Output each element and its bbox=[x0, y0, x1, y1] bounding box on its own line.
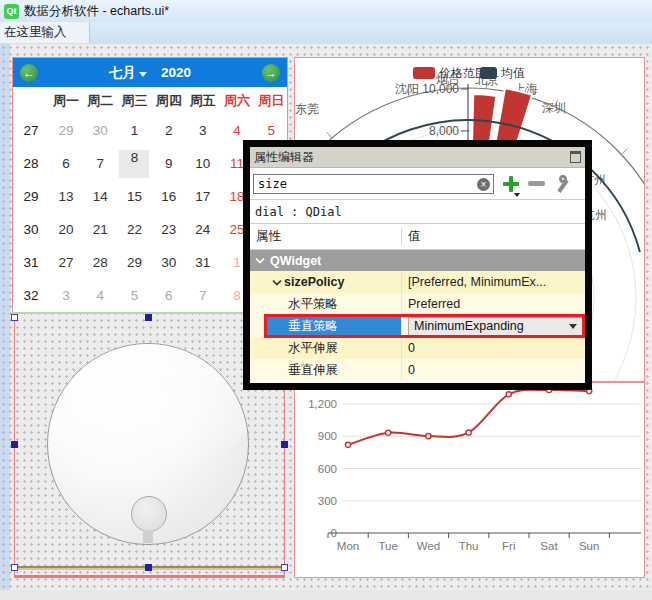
day-label: 3 bbox=[199, 123, 207, 138]
calendar-day-cell[interactable]: 2 bbox=[152, 114, 186, 147]
selection-handle[interactable] bbox=[281, 564, 288, 571]
property-value-cell[interactable]: Preferred bbox=[402, 293, 585, 315]
x-axis-label: Fri bbox=[502, 540, 515, 552]
selection-handle[interactable] bbox=[11, 441, 18, 448]
float-window-icon[interactable] bbox=[570, 151, 581, 163]
property-row[interactable]: 水平策略Preferred bbox=[250, 293, 585, 315]
clear-search-icon[interactable]: × bbox=[477, 178, 490, 191]
calendar-day-cell[interactable]: 3 bbox=[186, 114, 220, 147]
calendar-day-cell[interactable]: 23 bbox=[152, 213, 186, 246]
calendar-day-cell[interactable]: 4 bbox=[83, 279, 117, 312]
property-value-cell[interactable]: 0 bbox=[402, 359, 585, 381]
column-value[interactable]: 值 bbox=[402, 228, 421, 245]
calendar-day-cell[interactable]: 16 bbox=[152, 180, 186, 213]
day-label: 28 bbox=[93, 255, 108, 270]
calendar-day-cell[interactable]: 24 bbox=[186, 213, 220, 246]
calendar-prev-button[interactable]: ← bbox=[20, 64, 38, 82]
calendar-day-cell[interactable]: 8 bbox=[117, 147, 151, 180]
calendar-day-cell[interactable]: 27 bbox=[49, 246, 83, 279]
day-label: 4 bbox=[233, 123, 241, 138]
selection-handle[interactable] bbox=[11, 564, 18, 571]
calendar-day-cell[interactable]: 28 bbox=[83, 246, 117, 279]
day-label: 7 bbox=[97, 156, 105, 171]
y-axis-label: 600 bbox=[318, 463, 337, 475]
calendar-day-cell[interactable]: 20 bbox=[49, 213, 83, 246]
calendar-day-cell[interactable]: 30 bbox=[83, 114, 117, 147]
calendar-day-cell[interactable]: 9 bbox=[152, 147, 186, 180]
property-search-input[interactable] bbox=[253, 174, 494, 194]
property-label-cell[interactable]: 水平伸展 bbox=[250, 337, 402, 359]
column-property[interactable]: 属性 bbox=[250, 228, 402, 245]
day-label: 29 bbox=[59, 123, 74, 138]
property-group-qwidget[interactable]: QWidget bbox=[250, 250, 585, 271]
day-label: 2 bbox=[165, 123, 173, 138]
calendar-day-cell[interactable]: 14 bbox=[83, 180, 117, 213]
property-row[interactable]: 水平伸展0 bbox=[250, 337, 585, 359]
property-value-cell[interactable]: [Preferred, MinimumEx... bbox=[402, 271, 585, 293]
legend-swatch bbox=[413, 67, 435, 79]
day-label: 17 bbox=[195, 189, 210, 204]
calendar-day-cell[interactable]: 6 bbox=[152, 279, 186, 312]
property-value: [Preferred, MinimumEx... bbox=[408, 275, 546, 289]
value-combobox[interactable]: MinimumExpanding bbox=[408, 317, 583, 336]
add-property-button[interactable] bbox=[503, 176, 519, 192]
calendar-day-cell[interactable]: 7 bbox=[83, 147, 117, 180]
week-number: 28 bbox=[13, 147, 49, 180]
selection-handle[interactable] bbox=[145, 564, 152, 571]
property-table-header: 属性 值 bbox=[250, 224, 585, 250]
line-chart-widget[interactable]: 03006009001,200MonTueWedThuFriSatSun bbox=[294, 382, 645, 578]
y-axis-label: 300 bbox=[318, 495, 337, 507]
x-axis-label: Tue bbox=[379, 540, 398, 552]
calendar-day-cell[interactable]: 1 bbox=[117, 114, 151, 147]
dial-knob[interactable] bbox=[131, 496, 167, 532]
calendar-day-cell[interactable]: 5 bbox=[117, 279, 151, 312]
filter-input[interactable] bbox=[0, 22, 90, 43]
calendar-day-cell[interactable]: 29 bbox=[117, 246, 151, 279]
remove-property-button[interactable] bbox=[528, 181, 545, 186]
selection-handle[interactable] bbox=[145, 314, 152, 321]
day-label: 24 bbox=[195, 222, 210, 237]
property-label-cell[interactable]: sizePolicy bbox=[250, 271, 402, 293]
calendar-year-button[interactable]: 2020 bbox=[161, 65, 191, 80]
property-value-cell[interactable]: MinimumExpanding bbox=[402, 315, 585, 337]
day-label: 11 bbox=[230, 156, 244, 171]
property-editor-titlebar[interactable]: 属性编辑器 bbox=[250, 147, 585, 168]
property-label-cell[interactable]: 水平策略 bbox=[250, 293, 402, 315]
calendar-next-button[interactable]: → bbox=[262, 64, 280, 82]
property-value: 0 bbox=[408, 341, 415, 355]
calendar-day-cell[interactable]: 7 bbox=[186, 279, 220, 312]
property-label-cell[interactable]: 垂直伸展 bbox=[250, 359, 402, 381]
calendar-day-cell[interactable]: 29 bbox=[49, 114, 83, 147]
day-label: 30 bbox=[93, 123, 108, 138]
calendar-day-cell[interactable]: 17 bbox=[186, 180, 220, 213]
calendar-day-cell[interactable]: 21 bbox=[83, 213, 117, 246]
calendar-day-cell[interactable]: 3 bbox=[49, 279, 83, 312]
property-value-cell[interactable]: 0 bbox=[402, 337, 585, 359]
qdial-widget[interactable] bbox=[47, 343, 249, 545]
property-row[interactable]: 垂直伸展0 bbox=[250, 359, 585, 381]
calendar-month-button[interactable]: 七月 bbox=[109, 64, 147, 82]
calendar-day-cell[interactable]: 10 bbox=[186, 147, 220, 180]
property-value: 0 bbox=[408, 363, 415, 377]
calendar-day-cell[interactable]: 22 bbox=[117, 213, 151, 246]
selection-handle[interactable] bbox=[11, 314, 18, 321]
day-label: 6 bbox=[62, 156, 70, 171]
city-label: 东莞 bbox=[295, 102, 319, 116]
selection-handle[interactable] bbox=[281, 441, 288, 448]
property-label: 垂直策略 bbox=[288, 318, 338, 335]
property-label-cell[interactable]: 垂直策略 bbox=[250, 315, 402, 337]
calendar-day-cell[interactable]: 15 bbox=[117, 180, 151, 213]
calendar-day-cell[interactable]: 31 bbox=[186, 246, 220, 279]
calendar-day-cell[interactable]: 30 bbox=[152, 246, 186, 279]
combobox-value: MinimumExpanding bbox=[414, 319, 524, 333]
property-label: 水平策略 bbox=[288, 296, 338, 313]
data-point-marker bbox=[386, 430, 391, 435]
wrench-icon[interactable] bbox=[554, 175, 570, 193]
property-row[interactable]: 垂直策略MinimumExpanding bbox=[250, 315, 585, 337]
day-label: 10 bbox=[195, 156, 210, 171]
property-row[interactable]: sizePolicy[Preferred, MinimumEx... bbox=[250, 271, 585, 293]
day-label: 14 bbox=[93, 189, 108, 204]
selected-object-label: dial : QDial bbox=[250, 199, 585, 224]
calendar-day-cell[interactable]: 13 bbox=[49, 180, 83, 213]
calendar-day-cell[interactable]: 6 bbox=[49, 147, 83, 180]
